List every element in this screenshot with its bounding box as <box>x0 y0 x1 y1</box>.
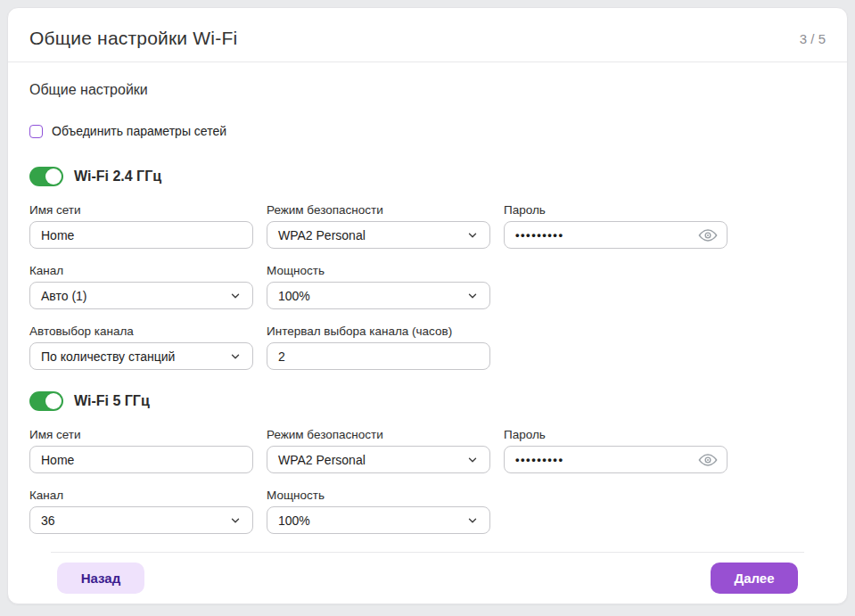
wifi-5-row-1: Имя сети Режим безопасности WPA2 Persona… <box>29 428 826 473</box>
next-button[interactable]: Далее <box>711 563 798 594</box>
ssid-field-2g: Имя сети <box>29 203 253 249</box>
wifi-24-toggle[interactable] <box>29 167 63 186</box>
wifi-5-toggle-row: Wi-Fi 5 ГГц <box>29 391 826 411</box>
password-field-5g: Пароль <box>504 428 728 473</box>
security-label: Режим безопасности <box>267 203 490 217</box>
wifi-5-row-2: Канал 36 Мощность 100% <box>29 489 826 534</box>
power-field-5g: Мощность 100% <box>267 489 490 534</box>
wifi-24-toggle-label: Wi-Fi 2.4 ГГц <box>74 168 161 185</box>
power-select-2g[interactable]: 100% <box>267 282 490 309</box>
chevron-down-icon <box>466 229 479 242</box>
security-field-5g: Режим безопасности WPA2 Personal <box>267 428 490 473</box>
chevron-down-icon <box>229 290 242 302</box>
password-field-2g: Пароль <box>504 203 728 249</box>
channel-label: Канал <box>29 264 253 277</box>
channel-select-2g[interactable]: Авто (1) <box>29 282 253 309</box>
page-title: Общие настройки Wi-Fi <box>29 28 237 49</box>
ssid-field-5g: Имя сети <box>29 428 253 473</box>
chevron-down-icon <box>229 350 242 363</box>
power-select-value: 100% <box>278 289 310 303</box>
security-field-2g: Режим безопасности WPA2 Personal <box>267 203 490 249</box>
password-label: Пароль <box>504 428 728 441</box>
card-header: Общие настройки Wi-Fi 3 / 5 <box>8 8 847 62</box>
channel-select-value: Авто (1) <box>41 289 87 303</box>
password-input-5g[interactable] <box>504 446 728 473</box>
footer-buttons: Назад Далее <box>51 563 804 594</box>
step-indicator: 3 / 5 <box>800 31 826 46</box>
chevron-down-icon <box>466 454 479 466</box>
ssid-input-5g[interactable] <box>29 446 253 473</box>
ssid-label: Имя сети <box>29 203 253 217</box>
back-button[interactable]: Назад <box>57 563 144 594</box>
merge-networks-checkbox[interactable] <box>29 125 43 138</box>
password-input-wrap <box>504 446 728 473</box>
ssid-label: Имя сети <box>29 428 253 441</box>
wifi-5-toggle-label: Wi-Fi 5 ГГц <box>74 393 150 409</box>
security-select-2g[interactable]: WPA2 Personal <box>267 221 490 249</box>
card-footer-divider: Назад Далее <box>51 552 804 594</box>
autoselect-field-2g: Автовыбор канала По количеству станций <box>29 324 253 370</box>
card-body: Общие настройки Объединить параметры сет… <box>8 62 847 604</box>
security-select-value: WPA2 Personal <box>278 228 366 242</box>
channel-select-5g[interactable]: 36 <box>29 506 253 534</box>
section-subtitle: Общие настройки <box>29 82 826 98</box>
power-label: Мощность <box>267 264 490 277</box>
ssid-input-2g[interactable] <box>29 221 253 249</box>
power-label: Мощность <box>267 489 490 502</box>
interval-field-2g: Интервал выбора канала (часов) <box>267 324 490 370</box>
interval-input-2g[interactable] <box>267 342 490 370</box>
merge-networks-checkbox-label: Объединить параметры сетей <box>52 124 226 138</box>
wifi-24-row-2: Канал Авто (1) Мощность 100% <box>29 264 826 309</box>
security-label: Режим безопасности <box>267 428 490 441</box>
wifi-24-row-3: Автовыбор канала По количеству станций И… <box>29 324 826 370</box>
password-input-2g[interactable] <box>504 221 728 249</box>
eye-icon[interactable] <box>698 228 718 242</box>
wifi-24-row-1: Имя сети Режим безопасности WPA2 Persona… <box>29 203 826 249</box>
channel-select-value: 36 <box>41 513 55 528</box>
channel-field-5g: Канал 36 <box>29 489 253 534</box>
wifi-24-toggle-row: Wi-Fi 2.4 ГГц <box>29 167 826 186</box>
security-select-value: WPA2 Personal <box>278 453 366 467</box>
wifi-settings-card: Общие настройки Wi-Fi 3 / 5 Общие настро… <box>7 7 848 604</box>
chevron-down-icon <box>466 290 479 302</box>
autoselect-label: Автовыбор канала <box>29 324 253 338</box>
wifi-5-toggle[interactable] <box>29 391 63 411</box>
password-label: Пароль <box>504 203 728 217</box>
toggle-knob <box>45 168 62 185</box>
autoselect-select-value: По количеству станций <box>41 349 175 364</box>
channel-field-2g: Канал Авто (1) <box>29 264 253 309</box>
security-select-5g[interactable]: WPA2 Personal <box>267 446 490 473</box>
power-field-2g: Мощность 100% <box>267 264 490 309</box>
chevron-down-icon <box>229 514 242 527</box>
interval-label: Интервал выбора канала (часов) <box>267 324 490 338</box>
power-select-5g[interactable]: 100% <box>267 506 490 534</box>
power-select-value: 100% <box>278 513 310 528</box>
autoselect-select-2g[interactable]: По количеству станций <box>29 342 253 370</box>
channel-label: Канал <box>29 489 253 502</box>
toggle-knob <box>45 393 62 409</box>
password-input-wrap <box>504 221 728 249</box>
eye-icon[interactable] <box>698 453 718 467</box>
chevron-down-icon <box>466 514 479 527</box>
merge-networks-checkbox-row[interactable]: Объединить параметры сетей <box>29 124 826 138</box>
